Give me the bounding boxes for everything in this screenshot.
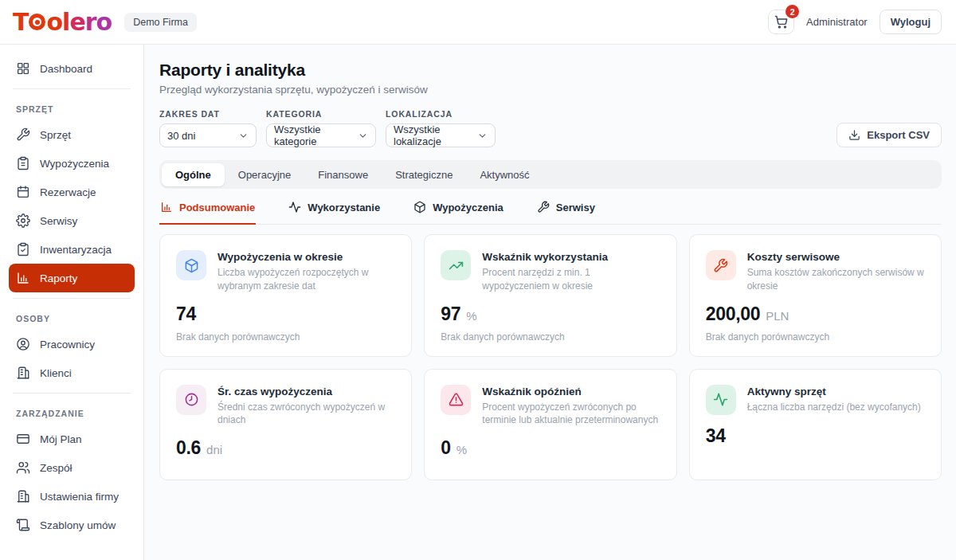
tab-operacyjne[interactable]: Operacyjne [225,163,304,186]
grid-icon [16,61,30,76]
sidebar-item-raporty[interactable]: Raporty [9,264,135,292]
alert-triangle-icon [441,385,471,415]
bar-chart-icon [16,271,30,285]
sidebar-item-label: Serwisy [40,215,77,227]
sidebar-item-dashboard[interactable]: Dashboard [9,54,135,83]
subtab-label: Wypożyczenia [433,202,503,213]
filter-location: LOKALIZACJA Wszystkie lokalizacje [386,109,496,147]
select-value: Wszystkie kategorie [274,123,351,147]
sidebar-item-rezerwacje[interactable]: Rezerwacje [9,178,135,206]
sidebar-item-label: Zespół [40,462,72,474]
calendar-icon [16,185,30,199]
wrench-icon [706,250,736,280]
card-value-suffix: PLN [766,309,789,323]
kpi-card-wypozyczenia-w-okresie: Wypożyczenia w okresie Liczba wypożyczeń… [159,234,412,357]
chevron-down-icon [358,131,368,141]
export-csv-button[interactable]: Eksport CSV [836,123,942,147]
activity-icon [288,201,301,213]
date-range-select[interactable]: 30 dni [159,123,257,147]
subtab-podsumowanie[interactable]: Podsumowanie [159,199,256,225]
sidebar-item-serwisy[interactable]: Serwisy [9,206,135,235]
logo-letter: e [69,10,84,34]
tab-bar: Ogólne Operacyjne Finansowe Strategiczne… [159,160,942,189]
cart-button[interactable]: 2 [768,10,794,34]
card-title: Śr. czas wypożyczenia [217,385,395,397]
cart-count-badge: 2 [786,5,799,18]
tab-aktywnosc[interactable]: Aktywność [466,163,543,186]
card-title: Wskaźnik opóźnień [482,385,660,397]
sidebar-divider [13,393,131,394]
sidebar-item-label: Szablony umów [40,519,116,531]
card-description: Średni czas zwróconych wypożyczeń w dnia… [217,401,395,428]
activity-icon [706,385,736,415]
sidebar-item-sprzet[interactable]: Sprzęt [9,120,135,149]
trending-up-icon [441,250,471,280]
logo-target-o-icon [29,14,45,30]
building-icon [16,366,30,380]
sidebar-item-label: Rezerwacje [40,186,96,198]
sidebar-item-label: Pracownicy [40,339,95,350]
sidebar-section-osoby: OSOBY [9,304,135,330]
credit-card-icon [16,432,30,446]
filter-label: LOKALIZACJA [386,109,496,119]
user-circle-icon [16,337,30,351]
card-value: 200,00 [706,303,761,325]
wrench-icon [16,127,30,142]
main-content: Raporty i analityka Przegląd wykorzystan… [144,45,956,560]
sidebar-item-wypozyczenia[interactable]: Wypożyczenia [9,149,135,178]
sidebar-divider [13,298,131,299]
card-value: 0 [441,437,451,459]
category-select[interactable]: Wszystkie kategorie [266,123,376,147]
chevron-down-icon [238,131,249,141]
card-title: Wskaźnik wykorzystania [482,250,660,263]
card-description: Łączna liczba narzędzi (bez wycofanych) [747,401,921,414]
user-role-label: Administrator [806,16,868,28]
logo-letter: r [85,10,96,34]
tab-ogolne[interactable]: Ogólne [162,163,225,186]
sidebar: Dashboard SPRZĘT Sprzęt Wypożyczenia Rez… [0,45,144,560]
sidebar-item-pracownicy[interactable]: Pracownicy [9,330,135,358]
kpi-card-wskaznik-wykorzystania: Wskaźnik wykorzystania Procent narzędzi … [424,234,676,357]
sidebar-item-ustawienia-firmy[interactable]: Ustawienia firmy [9,482,135,511]
tab-finansowe[interactable]: Finansowe [304,163,382,186]
kpi-card-koszty-serwisowe: Koszty serwisowe Suma kosztów zakończony… [689,234,942,357]
card-footnote [176,465,395,466]
bar-chart-icon [160,201,173,213]
select-value: Wszystkie lokalizacje [394,123,471,147]
sidebar-section-zarzadzanie: ZARZĄDZANIE [9,399,135,425]
location-select[interactable]: Wszystkie lokalizacje [386,123,496,147]
card-description: Procent wypożyczeń zwróconych po termini… [482,401,660,428]
subtab-wykorzystanie[interactable]: Wykorzystanie [288,199,381,225]
logo-letter: l [62,10,69,34]
logout-button[interactable]: Wyloguj [880,10,942,34]
scroll-icon [16,518,30,532]
subtab-label: Podsumowanie [179,202,255,213]
sidebar-item-label: Mój Plan [40,433,82,445]
sidebar-item-klienci[interactable]: Klienci [9,358,135,387]
page-subtitle: Przegląd wykorzystania sprzętu, wypożycz… [159,84,942,96]
logo-letter: T [13,10,28,34]
page-title: Raporty i analityka [159,61,942,80]
toolero-logo[interactable]: Tolero [13,10,112,34]
sidebar-item-inwentaryzacja[interactable]: Inwentaryzacja [9,235,135,264]
subtab-wypozyczenia[interactable]: Wypożyczenia [413,199,504,225]
sidebar-item-szablony-umow[interactable]: Szablony umów [9,511,135,539]
card-footnote: Brak danych porównawczych [706,331,925,343]
card-footnote: Brak danych porównawczych [176,331,395,343]
clipboard-check-icon [16,242,30,257]
kpi-card-wskaznik-opoznien: Wskaźnik opóźnień Procent wypożyczeń zwr… [424,369,676,481]
sidebar-item-moj-plan[interactable]: Mój Plan [9,425,135,453]
sidebar-item-label: Raporty [40,272,77,284]
card-description: Procent narzędzi z min. 1 wypożyczeniem … [482,266,660,293]
card-value: 74 [176,303,196,325]
export-csv-label: Eksport CSV [867,129,930,141]
subtab-label: Serwisy [556,202,595,213]
card-footnote [706,453,925,454]
sidebar-item-zespol[interactable]: Zespół [9,453,135,482]
card-description: Liczba wypożyczeń rozpoczętych w wybrany… [217,266,395,293]
card-title: Koszty serwisowe [747,250,925,263]
subtab-serwisy[interactable]: Serwisy [536,199,596,225]
tab-strategiczne[interactable]: Strategiczne [382,163,466,186]
filter-category: KATEGORIA Wszystkie kategorie [266,109,376,147]
card-value-suffix: dni [206,443,222,456]
